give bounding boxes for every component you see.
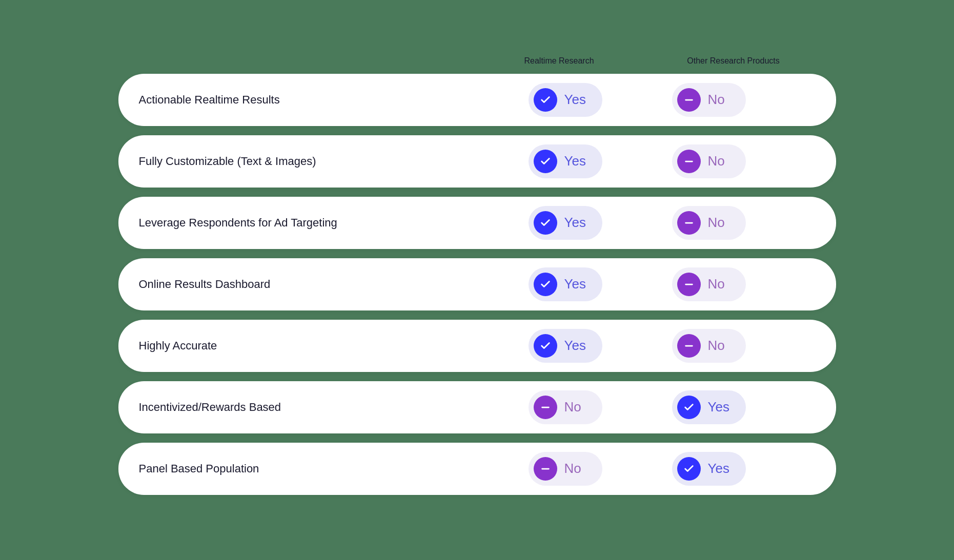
check-icon [677, 457, 701, 481]
table-row: Panel Based PopulationNoYes [118, 443, 836, 495]
other-result: No [672, 83, 816, 117]
realtime-result: No [529, 390, 672, 424]
table-row: Online Results DashboardYesNo [118, 258, 836, 310]
result-pill: No [529, 390, 602, 424]
realtime-result: Yes [529, 329, 672, 363]
check-icon [534, 150, 557, 173]
result-pill: Yes [529, 144, 602, 178]
result-pill: Yes [672, 452, 746, 486]
minus-icon [677, 211, 701, 235]
result-value: Yes [564, 92, 590, 108]
minus-icon [534, 457, 557, 481]
table-header: Realtime Research Other Research Product… [118, 56, 836, 66]
result-pill: Yes [529, 83, 602, 117]
feature-label: Leverage Respondents for Ad Targeting [139, 216, 529, 230]
result-value: No [708, 276, 734, 292]
check-icon [534, 211, 557, 235]
realtime-result: Yes [529, 206, 672, 240]
minus-icon [534, 396, 557, 419]
feature-label: Online Results Dashboard [139, 278, 529, 291]
check-icon [534, 334, 557, 358]
other-result: No [672, 206, 816, 240]
check-icon [677, 396, 701, 419]
realtime-result: Yes [529, 83, 672, 117]
feature-label: Fully Customizable (Text & Images) [139, 155, 529, 168]
result-pill: No [672, 267, 746, 301]
result-value: Yes [564, 338, 590, 354]
realtime-result: Yes [529, 144, 672, 178]
table-row: Fully Customizable (Text & Images)YesNo [118, 135, 836, 188]
other-result: Yes [672, 452, 816, 486]
rows-container: Actionable Realtime ResultsYesNoFully Cu… [118, 74, 836, 495]
realtime-result: Yes [529, 267, 672, 301]
result-value: No [708, 153, 734, 169]
result-pill: No [672, 144, 746, 178]
result-value: No [708, 338, 734, 354]
table-row: Actionable Realtime ResultsYesNo [118, 74, 836, 126]
check-icon [534, 273, 557, 296]
other-header: Other Research Products [662, 56, 805, 66]
result-value: No [564, 461, 590, 476]
comparison-table: Realtime Research Other Research Product… [118, 56, 836, 504]
result-pill: Yes [672, 390, 746, 424]
other-result: No [672, 329, 816, 363]
table-row: Leverage Respondents for Ad TargetingYes… [118, 197, 836, 249]
other-result: No [672, 144, 816, 178]
result-pill: No [529, 452, 602, 486]
result-pill: No [672, 206, 746, 240]
minus-icon [677, 150, 701, 173]
minus-icon [677, 273, 701, 296]
feature-label: Actionable Realtime Results [139, 93, 529, 107]
check-icon [534, 88, 557, 112]
result-pill: No [672, 329, 746, 363]
minus-icon [677, 334, 701, 358]
feature-label: Panel Based Population [139, 462, 529, 475]
minus-icon [677, 88, 701, 112]
result-value: No [564, 399, 590, 415]
result-pill: No [672, 83, 746, 117]
feature-label: Incentivized/Rewards Based [139, 401, 529, 414]
realtime-header: Realtime Research [488, 56, 631, 66]
result-value: Yes [564, 215, 590, 231]
feature-label: Highly Accurate [139, 339, 529, 352]
result-value: No [708, 215, 734, 231]
result-value: No [708, 92, 734, 108]
other-result: No [672, 267, 816, 301]
result-pill: Yes [529, 267, 602, 301]
result-value: Yes [564, 276, 590, 292]
result-value: Yes [708, 461, 734, 476]
table-row: Highly AccurateYesNo [118, 320, 836, 372]
realtime-result: No [529, 452, 672, 486]
result-pill: Yes [529, 206, 602, 240]
other-result: Yes [672, 390, 816, 424]
result-value: Yes [708, 399, 734, 415]
result-value: Yes [564, 153, 590, 169]
result-pill: Yes [529, 329, 602, 363]
table-row: Incentivized/Rewards BasedNoYes [118, 381, 836, 433]
